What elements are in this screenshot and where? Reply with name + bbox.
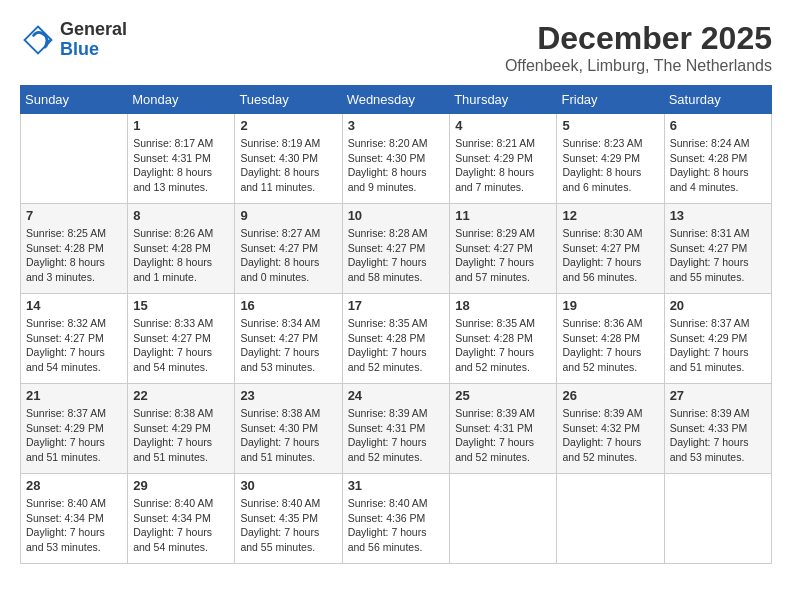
day-number: 5: [562, 118, 658, 133]
day-number: 10: [348, 208, 445, 223]
day-info: Sunrise: 8:29 AM Sunset: 4:27 PM Dayligh…: [455, 226, 551, 285]
day-info: Sunrise: 8:38 AM Sunset: 4:29 PM Dayligh…: [133, 406, 229, 465]
day-info: Sunrise: 8:39 AM Sunset: 4:31 PM Dayligh…: [455, 406, 551, 465]
day-info: Sunrise: 8:40 AM Sunset: 4:35 PM Dayligh…: [240, 496, 336, 555]
day-header-thursday: Thursday: [450, 86, 557, 114]
day-number: 16: [240, 298, 336, 313]
day-header-friday: Friday: [557, 86, 664, 114]
location-text: Offenbeek, Limburg, The Netherlands: [505, 57, 772, 75]
calendar-table: SundayMondayTuesdayWednesdayThursdayFrid…: [20, 85, 772, 564]
day-number: 15: [133, 298, 229, 313]
calendar-cell: 17Sunrise: 8:35 AM Sunset: 4:28 PM Dayli…: [342, 294, 450, 384]
calendar-cell: 10Sunrise: 8:28 AM Sunset: 4:27 PM Dayli…: [342, 204, 450, 294]
calendar-cell: 8Sunrise: 8:26 AM Sunset: 4:28 PM Daylig…: [128, 204, 235, 294]
day-number: 11: [455, 208, 551, 223]
day-info: Sunrise: 8:40 AM Sunset: 4:36 PM Dayligh…: [348, 496, 445, 555]
calendar-week-row: 21Sunrise: 8:37 AM Sunset: 4:29 PM Dayli…: [21, 384, 772, 474]
day-header-wednesday: Wednesday: [342, 86, 450, 114]
calendar-cell: 28Sunrise: 8:40 AM Sunset: 4:34 PM Dayli…: [21, 474, 128, 564]
calendar-cell: 3Sunrise: 8:20 AM Sunset: 4:30 PM Daylig…: [342, 114, 450, 204]
day-number: 26: [562, 388, 658, 403]
calendar-header-row: SundayMondayTuesdayWednesdayThursdayFrid…: [21, 86, 772, 114]
calendar-cell: 6Sunrise: 8:24 AM Sunset: 4:28 PM Daylig…: [664, 114, 771, 204]
day-number: 9: [240, 208, 336, 223]
logo-blue-text: Blue: [60, 40, 127, 60]
day-info: Sunrise: 8:28 AM Sunset: 4:27 PM Dayligh…: [348, 226, 445, 285]
day-number: 17: [348, 298, 445, 313]
day-number: 2: [240, 118, 336, 133]
calendar-cell: 16Sunrise: 8:34 AM Sunset: 4:27 PM Dayli…: [235, 294, 342, 384]
day-info: Sunrise: 8:19 AM Sunset: 4:30 PM Dayligh…: [240, 136, 336, 195]
day-info: Sunrise: 8:37 AM Sunset: 4:29 PM Dayligh…: [26, 406, 122, 465]
day-number: 13: [670, 208, 766, 223]
day-info: Sunrise: 8:24 AM Sunset: 4:28 PM Dayligh…: [670, 136, 766, 195]
calendar-cell: 14Sunrise: 8:32 AM Sunset: 4:27 PM Dayli…: [21, 294, 128, 384]
calendar-cell: 11Sunrise: 8:29 AM Sunset: 4:27 PM Dayli…: [450, 204, 557, 294]
calendar-cell: 1Sunrise: 8:17 AM Sunset: 4:31 PM Daylig…: [128, 114, 235, 204]
calendar-week-row: 28Sunrise: 8:40 AM Sunset: 4:34 PM Dayli…: [21, 474, 772, 564]
day-info: Sunrise: 8:38 AM Sunset: 4:30 PM Dayligh…: [240, 406, 336, 465]
calendar-cell: 2Sunrise: 8:19 AM Sunset: 4:30 PM Daylig…: [235, 114, 342, 204]
day-info: Sunrise: 8:34 AM Sunset: 4:27 PM Dayligh…: [240, 316, 336, 375]
day-info: Sunrise: 8:37 AM Sunset: 4:29 PM Dayligh…: [670, 316, 766, 375]
calendar-cell: 27Sunrise: 8:39 AM Sunset: 4:33 PM Dayli…: [664, 384, 771, 474]
day-number: 21: [26, 388, 122, 403]
day-number: 28: [26, 478, 122, 493]
calendar-cell: [664, 474, 771, 564]
day-header-tuesday: Tuesday: [235, 86, 342, 114]
calendar-cell: [557, 474, 664, 564]
calendar-week-row: 7Sunrise: 8:25 AM Sunset: 4:28 PM Daylig…: [21, 204, 772, 294]
calendar-cell: 26Sunrise: 8:39 AM Sunset: 4:32 PM Dayli…: [557, 384, 664, 474]
day-number: 29: [133, 478, 229, 493]
calendar-cell: 12Sunrise: 8:30 AM Sunset: 4:27 PM Dayli…: [557, 204, 664, 294]
day-header-monday: Monday: [128, 86, 235, 114]
day-number: 4: [455, 118, 551, 133]
day-info: Sunrise: 8:33 AM Sunset: 4:27 PM Dayligh…: [133, 316, 229, 375]
day-info: Sunrise: 8:35 AM Sunset: 4:28 PM Dayligh…: [455, 316, 551, 375]
day-info: Sunrise: 8:36 AM Sunset: 4:28 PM Dayligh…: [562, 316, 658, 375]
day-number: 23: [240, 388, 336, 403]
month-title: December 2025: [505, 20, 772, 57]
calendar-week-row: 1Sunrise: 8:17 AM Sunset: 4:31 PM Daylig…: [21, 114, 772, 204]
day-number: 19: [562, 298, 658, 313]
logo-general-text: General: [60, 20, 127, 40]
day-number: 3: [348, 118, 445, 133]
day-info: Sunrise: 8:21 AM Sunset: 4:29 PM Dayligh…: [455, 136, 551, 195]
calendar-cell: 20Sunrise: 8:37 AM Sunset: 4:29 PM Dayli…: [664, 294, 771, 384]
page-header: General Blue December 2025 Offenbeek, Li…: [20, 20, 772, 75]
day-number: 1: [133, 118, 229, 133]
day-number: 25: [455, 388, 551, 403]
calendar-cell: 7Sunrise: 8:25 AM Sunset: 4:28 PM Daylig…: [21, 204, 128, 294]
calendar-cell: 13Sunrise: 8:31 AM Sunset: 4:27 PM Dayli…: [664, 204, 771, 294]
day-info: Sunrise: 8:27 AM Sunset: 4:27 PM Dayligh…: [240, 226, 336, 285]
calendar-cell: 19Sunrise: 8:36 AM Sunset: 4:28 PM Dayli…: [557, 294, 664, 384]
day-number: 22: [133, 388, 229, 403]
day-number: 30: [240, 478, 336, 493]
calendar-cell: 29Sunrise: 8:40 AM Sunset: 4:34 PM Dayli…: [128, 474, 235, 564]
calendar-week-row: 14Sunrise: 8:32 AM Sunset: 4:27 PM Dayli…: [21, 294, 772, 384]
logo: General Blue: [20, 20, 127, 60]
calendar-cell: 25Sunrise: 8:39 AM Sunset: 4:31 PM Dayli…: [450, 384, 557, 474]
day-info: Sunrise: 8:17 AM Sunset: 4:31 PM Dayligh…: [133, 136, 229, 195]
day-number: 27: [670, 388, 766, 403]
calendar-cell: 24Sunrise: 8:39 AM Sunset: 4:31 PM Dayli…: [342, 384, 450, 474]
day-info: Sunrise: 8:40 AM Sunset: 4:34 PM Dayligh…: [26, 496, 122, 555]
calendar-cell: [450, 474, 557, 564]
logo-icon: [20, 22, 56, 58]
calendar-cell: 15Sunrise: 8:33 AM Sunset: 4:27 PM Dayli…: [128, 294, 235, 384]
calendar-cell: 22Sunrise: 8:38 AM Sunset: 4:29 PM Dayli…: [128, 384, 235, 474]
calendar-cell: 30Sunrise: 8:40 AM Sunset: 4:35 PM Dayli…: [235, 474, 342, 564]
day-info: Sunrise: 8:39 AM Sunset: 4:31 PM Dayligh…: [348, 406, 445, 465]
title-block: December 2025 Offenbeek, Limburg, The Ne…: [505, 20, 772, 75]
calendar-cell: [21, 114, 128, 204]
day-info: Sunrise: 8:35 AM Sunset: 4:28 PM Dayligh…: [348, 316, 445, 375]
day-info: Sunrise: 8:39 AM Sunset: 4:32 PM Dayligh…: [562, 406, 658, 465]
day-info: Sunrise: 8:20 AM Sunset: 4:30 PM Dayligh…: [348, 136, 445, 195]
calendar-cell: 31Sunrise: 8:40 AM Sunset: 4:36 PM Dayli…: [342, 474, 450, 564]
day-info: Sunrise: 8:40 AM Sunset: 4:34 PM Dayligh…: [133, 496, 229, 555]
day-info: Sunrise: 8:25 AM Sunset: 4:28 PM Dayligh…: [26, 226, 122, 285]
logo-text: General Blue: [60, 20, 127, 60]
day-number: 8: [133, 208, 229, 223]
day-info: Sunrise: 8:32 AM Sunset: 4:27 PM Dayligh…: [26, 316, 122, 375]
day-info: Sunrise: 8:39 AM Sunset: 4:33 PM Dayligh…: [670, 406, 766, 465]
